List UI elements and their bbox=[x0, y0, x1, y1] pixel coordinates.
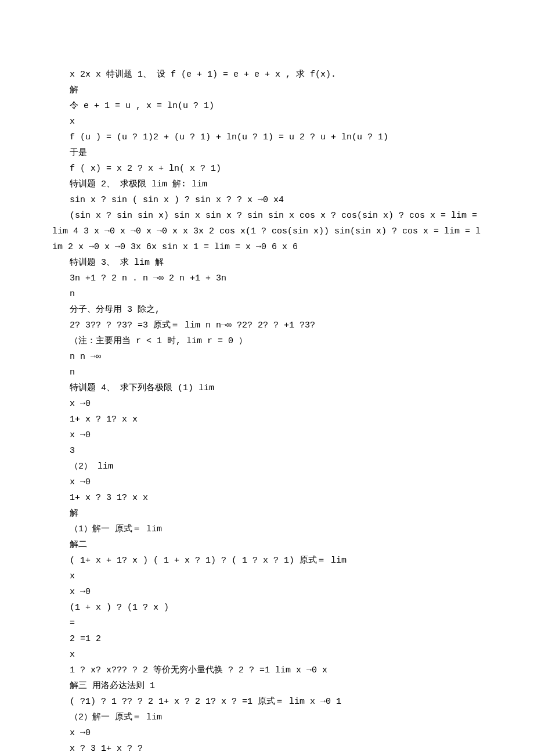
text-line: x →0 bbox=[52, 725, 482, 741]
text-line: x 2x x 特训题 1、 设 f (e + 1) = e + e + x , … bbox=[52, 67, 482, 82]
text-line: = bbox=[52, 615, 482, 631]
text-line: 1+ x ? 3 1? x x bbox=[52, 490, 482, 506]
text-line: 特训题 3、 求 lim 解 bbox=[52, 255, 482, 271]
text-line: ( ?1) ? 1 ?? ? 2 1+ x ? 2 1? x ? =1 原式＝ … bbox=[52, 694, 482, 710]
text-line: 1+ x ? 1? x x bbox=[52, 412, 482, 427]
text-line: 1 ? x? x??? ? 2 等价无穷小量代换 ? 2 ? =1 lim x … bbox=[52, 663, 482, 678]
text-line: 解 bbox=[52, 506, 482, 521]
text-line: (1 + x ) ? (1 ? x ) bbox=[52, 600, 482, 615]
text-line: sin x ? sin ( sin x ) ? sin x ? ? x →0 x… bbox=[52, 192, 482, 208]
text-line: 3n +1 ? 2 n . n →∞ 2 n +1 + 3n bbox=[52, 271, 482, 286]
text-line: （2）解一 原式＝ lim bbox=[52, 710, 482, 725]
text-line: （2） lim bbox=[52, 459, 482, 474]
text-line: 解 bbox=[52, 82, 482, 98]
text-line: (sin x ? sin sin x) sin x sin x ? sin si… bbox=[52, 208, 482, 255]
text-line: x →0 bbox=[52, 584, 482, 600]
text-line: f (u ) = (u ? 1)2 + (u ? 1) + ln(u ? 1) … bbox=[52, 129, 482, 145]
text-line: 3 bbox=[52, 443, 482, 459]
text-line: 解二 bbox=[52, 537, 482, 553]
text-line: x bbox=[52, 114, 482, 129]
text-line: 于是 bbox=[52, 145, 482, 161]
text-line: x bbox=[52, 568, 482, 584]
text-line: 令 e + 1 = u , x = ln(u ? 1) bbox=[52, 98, 482, 114]
text-line: x →0 bbox=[52, 427, 482, 443]
text-line: n n →∞ bbox=[52, 349, 482, 365]
text-line: （注：主要用当 r < 1 时, lim r = 0 ） bbox=[52, 333, 482, 349]
text-line: 分子、分母用 3 除之, bbox=[52, 302, 482, 318]
text-line: 2 =1 2 bbox=[52, 631, 482, 647]
text-line: x →0 bbox=[52, 474, 482, 490]
text-line: （1）解一 原式＝ lim bbox=[52, 521, 482, 537]
text-line: x bbox=[52, 647, 482, 663]
text-line: n bbox=[52, 365, 482, 380]
text-line: n bbox=[52, 286, 482, 302]
text-line: 特训题 2、 求极限 lim 解: lim bbox=[52, 177, 482, 192]
text-line: x →0 bbox=[52, 396, 482, 412]
text-line: 特训题 4、 求下列各极限 (1) lim bbox=[52, 380, 482, 396]
text-line: x ? 3 1+ x ? ? bbox=[52, 741, 482, 756]
text-line: 2? 3?? ? ?3? =3 原式＝ lim n n→∞ ?2? 2? ? +… bbox=[52, 318, 482, 333]
document-page: x 2x x 特训题 1、 设 f (e + 1) = e + e + x , … bbox=[0, 0, 534, 756]
text-line: 解三 用洛必达法则 1 bbox=[52, 678, 482, 694]
text-line: f ( x) = x 2 ? x + ln( x ? 1) bbox=[52, 161, 482, 177]
text-line: ( 1+ x + 1? x ) ( 1 + x ? 1) ? ( 1 ? x ?… bbox=[52, 553, 482, 568]
